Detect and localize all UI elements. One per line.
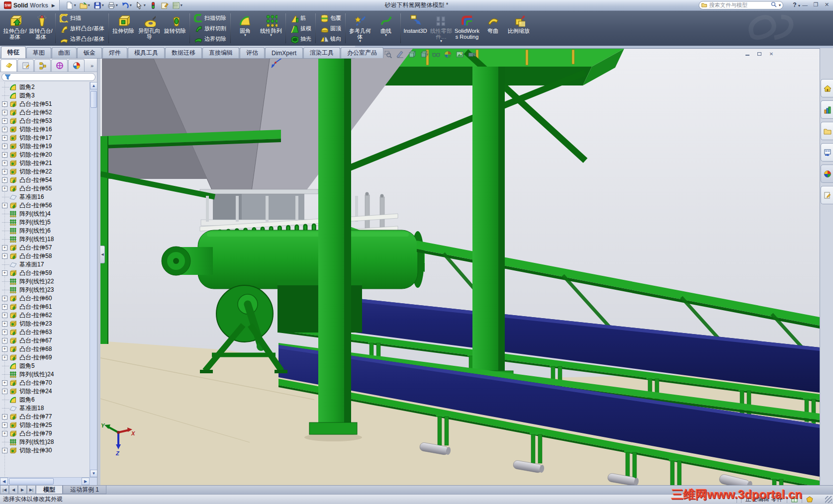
rebuild-button[interactable] xyxy=(148,1,158,10)
ribbon-button-boundary[interactable]: 边界凸台/基体 xyxy=(58,34,106,44)
ribbon-button-shell[interactable]: 抽壳 xyxy=(288,34,313,44)
scroll-left-arrow-icon[interactable]: ◀ xyxy=(0,478,8,485)
tab-数据迁移[interactable]: 数据迁移 xyxy=(165,47,202,58)
dropdown-caret-icon[interactable]: ▾ xyxy=(440,40,442,43)
doc-restore-button[interactable] xyxy=(756,51,763,57)
ribbon-button-sweep[interactable]: 扫描 xyxy=(58,13,106,23)
search-magnifier-icon[interactable] xyxy=(771,1,777,9)
manager-tabs-overflow[interactable]: » xyxy=(88,59,96,72)
tree-item[interactable]: + 凸台-拉伸62 xyxy=(0,311,90,320)
dropdown-caret-icon[interactable]: ▾ xyxy=(88,3,90,7)
scroll-down-arrow-icon[interactable]: ▼ xyxy=(90,470,97,477)
scroll-up-arrow-icon[interactable]: ▲ xyxy=(90,82,97,89)
expand-plus-icon[interactable]: + xyxy=(2,431,7,436)
tab-焊件[interactable]: 焊件 xyxy=(102,47,127,58)
open-folder-button[interactable]: ▾ xyxy=(79,1,91,10)
expand-plus-icon[interactable]: + xyxy=(2,355,7,360)
tree-item[interactable]: + 凸台-拉伸69 xyxy=(0,353,90,362)
maximize-button[interactable]: ❐ xyxy=(813,1,819,8)
tree-item[interactable]: + 切除-拉伸21 xyxy=(0,159,90,168)
tree-item[interactable]: + 切除-拉伸19 xyxy=(0,142,90,151)
dropdown-caret-icon[interactable]: ▾ xyxy=(130,3,132,7)
help-button[interactable]: ? ▾ xyxy=(793,1,800,8)
expand-plus-icon[interactable]: + xyxy=(2,169,7,174)
hud-zoom-area-button[interactable] xyxy=(384,50,392,59)
expand-plus-icon[interactable]: + xyxy=(2,346,7,352)
ribbon-button-hole-wizard[interactable]: 异型孔向导 xyxy=(136,12,162,45)
tree-item[interactable]: + 切除-拉伸16 xyxy=(0,125,90,134)
expand-plus-icon[interactable]: + xyxy=(2,448,7,453)
tree-item[interactable]: + 凸台-拉伸68 xyxy=(0,345,90,353)
tab-曲面[interactable]: 曲面 xyxy=(52,47,77,58)
expand-plus-icon[interactable]: + xyxy=(2,152,7,158)
tree-item[interactable]: + 凸台-拉伸77 xyxy=(0,413,90,421)
dropdown-caret-icon[interactable]: ▾ xyxy=(116,3,118,7)
tree-item[interactable]: + 切除-拉伸30 xyxy=(0,446,90,455)
tree-item[interactable]: 阵列(线性)22 xyxy=(0,277,90,286)
doc-minimize-button[interactable] xyxy=(744,51,751,57)
appearances-sphere-tab[interactable] xyxy=(821,165,833,183)
hud-view-orientation-button[interactable] xyxy=(408,50,416,59)
study-nav-button-2[interactable]: ▶ xyxy=(18,486,27,494)
expand-plus-icon[interactable]: + xyxy=(2,161,7,166)
options-list-button[interactable]: ▾ xyxy=(171,1,184,10)
expand-plus-icon[interactable]: + xyxy=(2,177,7,183)
expand-plus-icon[interactable]: + xyxy=(2,389,7,394)
ribbon-button-scale[interactable]: 比例缩放 xyxy=(506,12,532,45)
tab-办公室产品[interactable]: 办公室产品 xyxy=(341,47,383,58)
expand-plus-icon[interactable]: + xyxy=(2,270,7,276)
panel-collapse-arrow-icon[interactable]: ◀ xyxy=(100,246,105,263)
ribbon-button-instant3d[interactable]: Instant3D xyxy=(402,12,428,45)
hud-appearances-button[interactable] xyxy=(444,50,452,59)
tab-直接编辑[interactable]: 直接编辑 xyxy=(202,47,239,58)
scroll-thumb[interactable] xyxy=(91,91,97,108)
hud-section-view-button[interactable] xyxy=(396,50,404,59)
ribbon-button-ref-geometry[interactable]: 参考几何体 ▾ xyxy=(347,12,373,45)
expand-plus-icon[interactable]: + xyxy=(2,110,7,115)
dropdown-caret-icon[interactable]: ▾ xyxy=(181,3,183,7)
tree-item[interactable]: + 凸台-拉伸57 xyxy=(0,244,90,252)
tree-item[interactable]: 阵列(线性)5 xyxy=(0,218,90,227)
dropdown-caret-icon[interactable]: ▾ xyxy=(270,34,272,37)
tree-item[interactable]: + 凸台-拉伸63 xyxy=(0,328,90,336)
tree-item[interactable]: + 切除-拉伸23 xyxy=(0,320,90,328)
expand-plus-icon[interactable]: + xyxy=(2,245,7,251)
app-logo[interactable]: SW SolidWorks ▶ xyxy=(0,0,60,10)
panel-splitter[interactable] xyxy=(97,59,100,485)
ribbon-button-boss-extrude[interactable]: 拉伸凸台/基体 xyxy=(2,12,28,45)
search-box[interactable]: 搜索文件与模型 ▾ xyxy=(699,1,783,9)
dropdown-caret-icon[interactable]: ▾ xyxy=(359,40,361,43)
ribbon-button-linear-component[interactable]: 线性零部件… ▾ xyxy=(428,12,454,45)
expand-plus-icon[interactable]: + xyxy=(2,414,7,420)
tree-item[interactable]: 基准面17 xyxy=(0,260,90,269)
expand-plus-icon[interactable]: + xyxy=(2,135,7,141)
tree-item[interactable]: 阵列(线性)24 xyxy=(0,370,90,379)
dropdown-caret-icon[interactable]: ▾ xyxy=(102,3,104,7)
tree-filter-input[interactable] xyxy=(1,73,95,81)
tree-item[interactable]: + 切除-拉伸24 xyxy=(0,387,90,396)
dropdown-caret-icon[interactable]: ▾ xyxy=(462,52,464,57)
tree-item[interactable]: + 凸台-拉伸52 xyxy=(0,108,90,117)
file-explorer-tab[interactable] xyxy=(821,122,833,140)
tree-item[interactable]: + 凸台-拉伸67 xyxy=(0,336,90,345)
tree-item[interactable]: + 凸台-拉伸56 xyxy=(0,201,90,210)
search-input[interactable]: 搜索文件与模型 xyxy=(709,1,769,9)
hud-display-style-button[interactable]: ▾ xyxy=(420,50,428,59)
study-nav-button-0[interactable]: |◀ xyxy=(0,486,9,494)
ribbon-button-loft[interactable]: 放样凸台/基体 xyxy=(58,23,106,33)
tab-渲染工具[interactable]: 渲染工具 xyxy=(303,47,340,58)
ribbon-button-revolve-cut[interactable]: 旋转切除 xyxy=(162,12,188,45)
expand-plus-icon[interactable]: + xyxy=(2,338,7,343)
expand-plus-icon[interactable]: + xyxy=(2,321,7,327)
property-manager-tab[interactable] xyxy=(17,59,34,72)
ribbon-button-routing[interactable]: SolidWorks Routing xyxy=(454,12,480,45)
ribbon-button-sweep-cut[interactable]: 扫描切除 xyxy=(192,13,228,23)
tree-item[interactable]: + 凸台-拉伸55 xyxy=(0,184,90,193)
dropdown-caret-icon[interactable]: ▾ xyxy=(474,52,476,57)
study-nav-button-1[interactable]: ◀ xyxy=(9,486,18,494)
print-button[interactable]: ▾ xyxy=(106,1,119,10)
badge-icon[interactable] xyxy=(806,496,813,503)
tab-草图[interactable]: 草图 xyxy=(26,47,51,58)
new-doc-button[interactable]: ▾ xyxy=(65,1,77,10)
tab-模具工具[interactable]: 模具工具 xyxy=(128,47,165,58)
